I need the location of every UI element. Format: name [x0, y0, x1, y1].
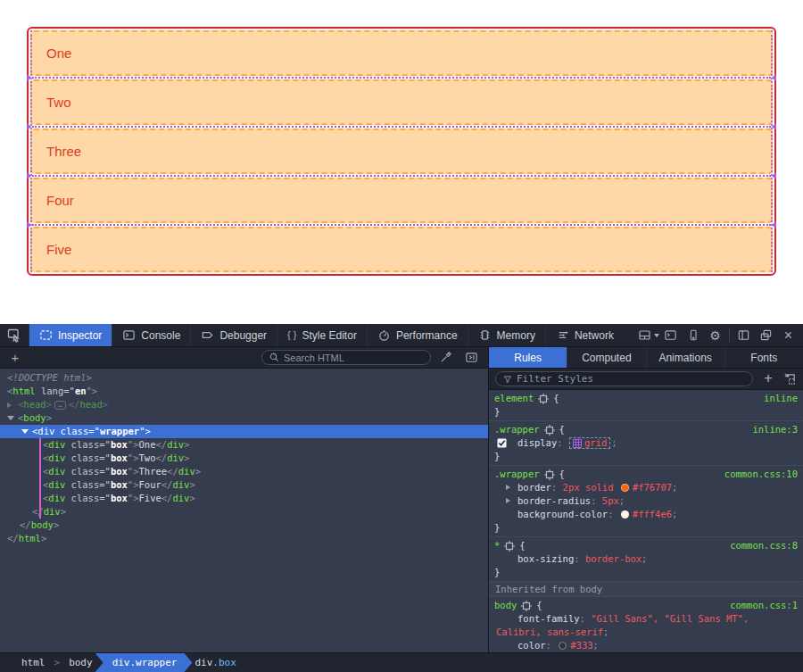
rule-selector[interactable]: element	[494, 392, 534, 405]
grid-overlay-line	[32, 224, 771, 226]
tab-label: Inspector	[58, 329, 102, 342]
markup-view: <!DOCTYPE html> <html lang="en"> <head>……	[0, 369, 489, 652]
rule-source-link[interactable]: common.css:1	[730, 599, 798, 612]
tab-performance[interactable]: Performance	[368, 324, 468, 346]
html-close-node[interactable]: </html>	[0, 532, 488, 545]
breadcrumb-body[interactable]: body	[60, 653, 102, 672]
split-console-button[interactable]	[659, 324, 682, 347]
tab-memory[interactable]: Memory	[468, 324, 546, 346]
declaration-box-sizing[interactable]: box-sizing: border-box;	[494, 552, 798, 566]
html-node[interactable]: <html lang="en">	[0, 385, 488, 398]
wrapper-node-selected[interactable]: <div class="wrapper">	[0, 425, 488, 438]
breadcrumb-div-box[interactable]: div.box	[186, 653, 244, 672]
doctype-node[interactable]: <!DOCTYPE html>	[0, 371, 488, 385]
body-node[interactable]: <body>	[0, 411, 488, 425]
tab-computed[interactable]: Computed	[567, 347, 646, 368]
rule-selector[interactable]: .wrapper	[494, 468, 540, 481]
declaration-border-radius[interactable]: border-radius: 5px;	[494, 494, 798, 508]
settings-button[interactable]: ⚙	[704, 324, 726, 347]
expand-icon[interactable]	[7, 402, 14, 408]
rule-source-link[interactable]: inline	[764, 392, 798, 405]
body-close-node[interactable]: </body>	[0, 519, 488, 532]
declaration-background-color[interactable]: background-color: #fff4e6;	[494, 508, 798, 521]
grid-box-label: Two	[46, 95, 71, 110]
grid-box-label: Three	[46, 144, 81, 159]
dock-side-button[interactable]	[733, 324, 755, 347]
head-node[interactable]: <head>…</head>	[0, 398, 488, 411]
box-node[interactable]: <div class="box">Five</div>	[0, 492, 488, 505]
declaration-display-grid[interactable]: display: grid;	[494, 436, 798, 450]
close-icon: ×	[784, 328, 792, 343]
page-viewport: One Two Three Four Five	[0, 0, 803, 324]
collapsed-ellipsis-icon[interactable]: …	[54, 401, 66, 410]
element-picker-button[interactable]	[0, 324, 29, 346]
box-node[interactable]: <div class="box">One</div>	[0, 438, 488, 452]
wrapper-close-node[interactable]: </div>	[0, 505, 488, 519]
breadcrumb-html[interactable]: html	[12, 653, 54, 672]
breadcrumb: html > body div.wrapper div.box	[0, 652, 803, 672]
selector-target-icon[interactable]	[521, 601, 532, 611]
eyedropper-button[interactable]	[435, 346, 457, 369]
rule-selector[interactable]: *	[494, 539, 500, 552]
separate-window-button[interactable]	[755, 324, 777, 347]
color-swatch[interactable]	[621, 510, 629, 519]
grid-box-label: Five	[46, 242, 71, 257]
separate-window-icon	[759, 328, 773, 342]
filter-icon	[503, 375, 512, 384]
pseudo-class-panel-button[interactable]	[783, 372, 797, 386]
color-swatch[interactable]	[559, 642, 567, 650]
close-devtools-button[interactable]: ×	[777, 324, 799, 347]
tab-label: Rules	[514, 352, 542, 364]
color-swatch[interactable]	[621, 484, 629, 492]
tab-inspector[interactable]: Inspector	[29, 324, 112, 346]
tab-style-editor[interactable]: { } Style Editor	[277, 324, 368, 346]
expand-icon[interactable]	[506, 485, 513, 490]
rule-selector[interactable]: body	[494, 599, 517, 612]
selector-target-icon[interactable]	[544, 469, 555, 480]
tab-fonts[interactable]: Fonts	[725, 347, 803, 368]
inherited-from-body-header: Inherited from body	[489, 582, 803, 597]
box-node[interactable]: <div class="box">Three</div>	[0, 465, 488, 478]
expand-icon[interactable]	[506, 498, 513, 503]
breadcrumb-div-wrapper[interactable]: div.wrapper	[95, 653, 193, 672]
collapse-icon[interactable]	[7, 416, 14, 424]
declaration-font-family[interactable]: font-family: "Gill Sans", "Gill Sans MT"…	[494, 612, 798, 626]
tab-label: Animations	[658, 352, 711, 364]
rule-source-link[interactable]: inline:3	[752, 423, 798, 436]
rule-source-link[interactable]: common.css:8	[730, 539, 798, 552]
grid-highlighter-toggle[interactable]: grid	[569, 437, 610, 449]
box-node[interactable]: <div class="box">Two</div>	[0, 452, 488, 465]
dock-options-button[interactable]	[637, 324, 659, 347]
rule-selector[interactable]: .wrapper	[494, 423, 540, 436]
declaration-checkbox[interactable]	[497, 438, 507, 448]
three-pane-toggle-button[interactable]	[460, 346, 483, 369]
filter-styles-input[interactable]: Filter Styles	[495, 371, 753, 386]
tab-network[interactable]: Network	[546, 324, 624, 346]
grid-box-label: One	[46, 46, 71, 61]
declaration-border[interactable]: border: 2px solid #f76707;	[494, 481, 798, 494]
tab-label: Style Editor	[302, 329, 357, 342]
grid-overlay-line	[32, 77, 771, 79]
performance-icon	[377, 328, 391, 342]
selector-target-icon[interactable]	[544, 425, 555, 436]
gear-icon: ⚙	[709, 329, 721, 342]
selector-target-icon[interactable]	[538, 394, 549, 404]
box-node[interactable]: <div class="box">Four</div>	[0, 478, 488, 492]
chevron-right-icon: >	[54, 653, 61, 672]
tab-rules[interactable]: Rules	[489, 347, 567, 368]
tab-animations[interactable]: Animations	[647, 347, 725, 368]
tab-label: Memory	[497, 329, 535, 342]
declaration-font-family-wrap[interactable]: Calibri, sans-serif;	[494, 626, 798, 639]
grid-display-icon	[573, 439, 582, 448]
rule-source-link[interactable]: common.css:10	[724, 468, 798, 481]
selector-target-icon[interactable]	[504, 541, 515, 552]
declaration-color[interactable]: color: #333;	[494, 639, 798, 652]
tab-debugger[interactable]: Debugger	[191, 324, 277, 346]
style-editor-icon: { }	[287, 330, 296, 340]
add-rule-button[interactable]: +	[760, 372, 776, 386]
tab-console[interactable]: Console	[112, 324, 191, 346]
collapse-icon[interactable]	[21, 429, 29, 437]
responsive-mode-button[interactable]	[682, 324, 704, 347]
search-html-input[interactable]: Search HTML	[261, 350, 431, 365]
add-node-button[interactable]: +	[5, 350, 25, 365]
